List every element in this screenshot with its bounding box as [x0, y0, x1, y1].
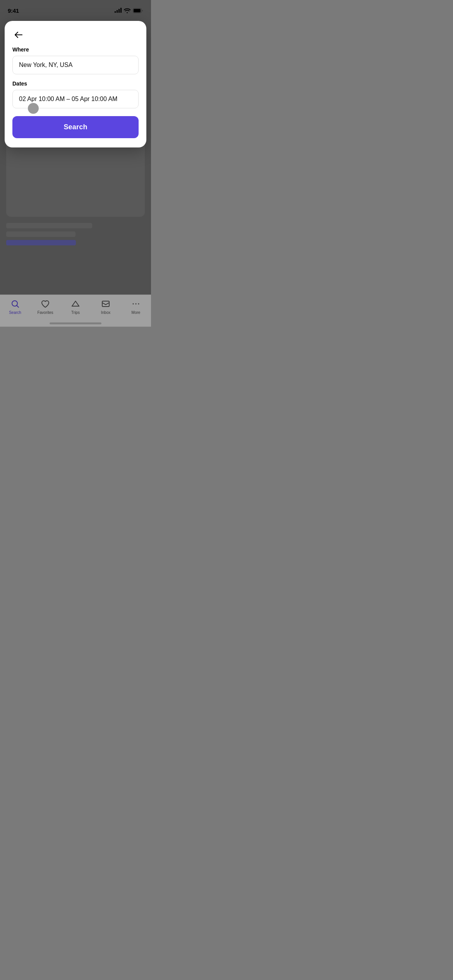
- modal-overlay: Where Dates 02 Apr 10:00 AM – 05 Apr 10:…: [0, 0, 151, 327]
- search-card: Where Dates 02 Apr 10:00 AM – 05 Apr 10:…: [5, 21, 146, 147]
- drag-thumb[interactable]: [28, 103, 39, 114]
- where-label: Where: [12, 46, 139, 53]
- search-button[interactable]: Search: [12, 116, 139, 138]
- dates-value: 02 Apr 10:00 AM – 05 Apr 10:00 AM: [19, 96, 117, 102]
- where-input[interactable]: [12, 56, 139, 74]
- dates-label: Dates: [12, 81, 139, 87]
- back-button[interactable]: [12, 29, 25, 41]
